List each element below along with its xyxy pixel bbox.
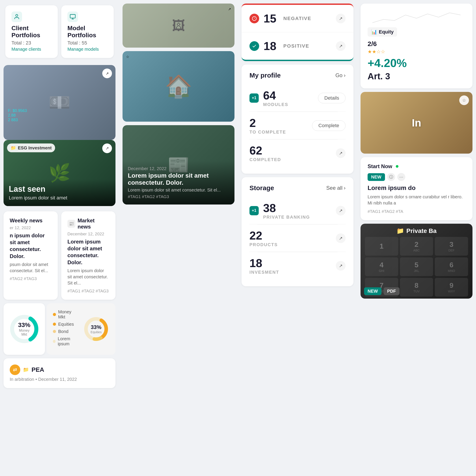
equity-card: 📊 Equity 2/6 ★★☆☆ +4.20% Art. 3 xyxy=(360,3,473,88)
private-badge-new: NEW xyxy=(364,287,381,295)
model-portfolios-card[interactable]: Model Portfolios Total : 55 Manage model… xyxy=(61,5,114,58)
pea-card: ⇄ 📁 PEA In arbitration • December 11, 20… xyxy=(3,358,116,388)
alert-positive-arrow[interactable]: ↗ xyxy=(336,41,345,51)
article-title: Lorem ipsum do xyxy=(368,185,465,191)
key-3: 3DEF xyxy=(435,237,468,256)
donut-chart-left: 33% Money Mkt xyxy=(9,314,40,344)
market-news-date: December 12, 2022 xyxy=(68,232,109,237)
storage-see-all[interactable]: See all › xyxy=(326,185,345,191)
modules-number: 64 xyxy=(263,89,288,102)
market-news-title: Market news xyxy=(78,218,109,230)
market-news-icon: 📰 xyxy=(68,220,75,228)
private-banking-image-card: 1 2ABC 3DEF 4GHI 5JKL 6MNO 7PRS 8TUV 9WX… xyxy=(360,224,473,299)
completed-number: 62 xyxy=(250,144,281,157)
investment-label: INVESMENT xyxy=(250,270,279,275)
private-banking-action: NEW PDF xyxy=(364,287,400,295)
pea-title: PEA xyxy=(32,366,44,373)
portfolio-cards-row: Client Portfolios Total : 23 Manage clie… xyxy=(3,3,116,60)
completed-arrow[interactable]: ↗ xyxy=(336,148,345,158)
esg-last-seen: Last seen xyxy=(9,185,110,194)
key-6: 6MNO xyxy=(435,257,468,276)
profile-go-link[interactable]: Go › xyxy=(335,72,345,78)
equity-art: Art. 3 xyxy=(368,71,465,81)
weekly-news-date: er 12, 2022 xyxy=(10,225,51,230)
products-label: PRODUCTS xyxy=(250,242,278,247)
chart-right-pct: 33% xyxy=(91,324,102,330)
equity-rating: 2/6 xyxy=(368,40,465,48)
weekly-news-title: Weekly news xyxy=(10,218,43,224)
products-number: 22 xyxy=(250,229,278,242)
private-banking-label: PRIVATE BANKING xyxy=(263,215,310,220)
col2-top-arrow[interactable]: ↗ xyxy=(228,7,231,11)
products-arrow[interactable]: ↗ xyxy=(336,233,345,243)
article-badges: NEW ⓘ ⋯ xyxy=(368,173,465,181)
to-complete-number: 2 xyxy=(250,116,286,130)
weekly-news-image-card: 💵 F: $0.95632.882 883 ↗ xyxy=(3,65,116,140)
model-portfolios-total: Total : 55 xyxy=(68,40,107,46)
completed-label: COMPLETED xyxy=(250,157,281,162)
chart-left: 33% Money Mkt xyxy=(3,303,45,355)
investment-arrow[interactable]: ↗ xyxy=(336,261,345,271)
modules-label: MODULES xyxy=(263,102,288,107)
private-folder-icon: 📁 xyxy=(396,227,404,235)
key-8: 8TUV xyxy=(400,278,433,297)
complete-button[interactable]: Complete xyxy=(312,120,345,131)
invest-label: In xyxy=(412,117,421,129)
equity-header: 📊 Equity xyxy=(368,27,465,36)
market-news-headline: Lorem ipsum dolor sit amet consectetur. … xyxy=(68,238,109,266)
alert-dot-green xyxy=(250,41,259,51)
column-2: 🖼 ↗ 🏠 ☆ 📰 December 12, 2022 Lorem ipsum … xyxy=(119,0,238,476)
client-portfolios-link[interactable]: Manage clients xyxy=(12,47,51,52)
svg-point-0 xyxy=(16,15,18,17)
column-3: 15 NEGATIVE ↗ 18 POSITIVE ↗ My xyxy=(238,0,357,476)
article-card: Start Now NEW ⓘ ⋯ Lorem ipsum do Lorem i… xyxy=(360,157,473,220)
chevron-right-icon: › xyxy=(344,185,345,191)
alert-negative-label: NEGATIVE xyxy=(283,16,311,21)
chart-right: Money Mkt Equities Bond Lorem ipsum xyxy=(47,303,116,355)
equity-chart-top xyxy=(368,11,465,24)
storage-card: Storage See all › +1 38 PRIVATE BANKING … xyxy=(241,177,354,286)
alert-negative-arrow[interactable]: ↗ xyxy=(336,14,345,23)
key-9: 9WXY xyxy=(435,278,468,297)
modules-action: Details xyxy=(318,93,345,103)
storage-row-private-banking: +1 38 PRIVATE BANKING ↗ xyxy=(250,197,345,224)
private-banking-arrow[interactable]: ↗ xyxy=(336,206,345,216)
esg-arrow[interactable]: ↗ xyxy=(102,143,112,153)
profile-title: My profile xyxy=(250,72,281,79)
profile-row-to-complete: 2 TO COMPLETE Complete xyxy=(250,112,345,139)
alert-negative-number: 15 xyxy=(264,12,276,25)
chart-left-label: Money Mkt xyxy=(17,329,32,337)
column-4: 📊 Equity 2/6 ★★☆☆ +4.20% Art. 3 In ☆ Sta… xyxy=(357,0,476,476)
weekly-news-tags: #TAG2 #TAG3 xyxy=(10,276,51,281)
weekly-news-arrow[interactable]: ↗ xyxy=(102,68,112,78)
to-complete-action: Complete xyxy=(312,120,345,131)
legend-item-0: Money Mkt xyxy=(53,309,79,320)
equity-tab-label: Equity xyxy=(379,29,393,35)
invest-fav-btn[interactable]: ☆ xyxy=(459,95,469,105)
details-button[interactable]: Details xyxy=(318,93,345,103)
badge-info-icon: ⓘ xyxy=(387,173,395,181)
investment-number: 18 xyxy=(250,256,279,270)
chart-right-label: Equities xyxy=(91,330,102,334)
client-portfolios-title: Client Portfolios xyxy=(12,25,51,39)
market-news-body: Lorem ipsum dolor sit amet consectetur. … xyxy=(68,268,109,286)
folder-icon: 📁 xyxy=(11,145,16,151)
model-portfolios-title: Model Portfolios xyxy=(68,25,107,39)
pea-icon: ⇄ xyxy=(10,364,20,375)
badge-more-icon[interactable]: ⋯ xyxy=(397,173,405,181)
house-fav-btn[interactable]: ☆ xyxy=(126,55,129,59)
client-portfolios-card[interactable]: Client Portfolios Total : 23 Manage clie… xyxy=(5,5,58,58)
chart-row: 33% Money Mkt Money Mkt Equities xyxy=(3,303,116,355)
equity-tab[interactable]: 📊 Equity xyxy=(368,27,397,36)
model-portfolios-link[interactable]: Manage models xyxy=(68,47,107,52)
column-1: Client Portfolios Total : 23 Manage clie… xyxy=(0,0,119,476)
legend-item-1: Equities xyxy=(53,322,79,327)
legend-item-3: Lorem ipsum xyxy=(53,336,79,346)
equity-stars: ★★☆☆ xyxy=(368,49,465,55)
key-4: 4GHI xyxy=(365,257,398,276)
esg-card: 🌿 📁 ESG Investment ↗ Last seen Lorem ips… xyxy=(3,140,116,206)
svg-rect-1 xyxy=(70,15,75,18)
alert-dot-red xyxy=(250,14,259,23)
esg-subtitle: Lorem ipsum dolor sit amet xyxy=(9,195,110,201)
model-icon xyxy=(68,12,78,22)
